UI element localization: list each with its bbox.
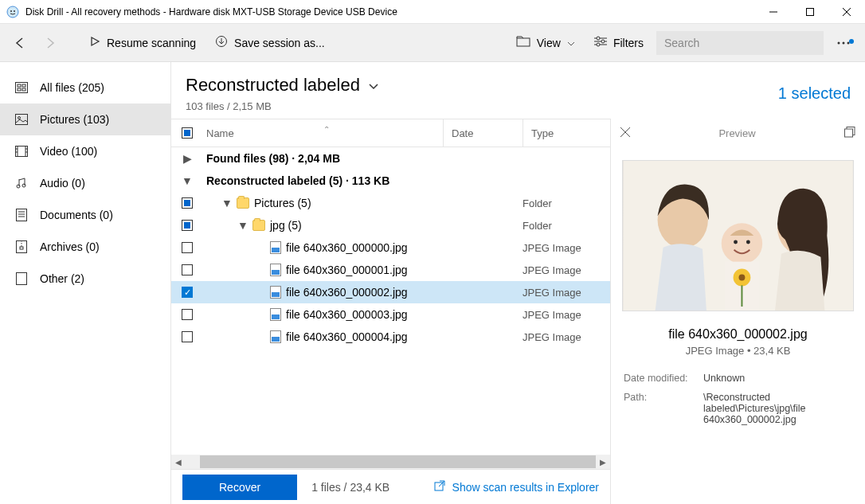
scrollbar-thumb[interactable]	[200, 455, 596, 468]
preview-filename: file 640x360_000002.jpg	[611, 327, 865, 342]
pictures-icon	[14, 114, 29, 125]
svg-point-51	[746, 240, 750, 244]
close-button[interactable]	[828, 0, 865, 24]
view-label: View	[537, 37, 561, 49]
sidebar-item-label: Audio (0)	[40, 177, 85, 189]
expand-icon[interactable]: ▶	[182, 152, 192, 165]
svg-rect-34	[17, 209, 27, 221]
collapse-icon[interactable]: ▼	[222, 197, 232, 209]
recover-button[interactable]: Recover	[182, 475, 297, 500]
save-session-label: Save session as...	[234, 37, 325, 49]
table-header: Name⌃ Date Type	[171, 119, 610, 147]
sidebar-item-label: Other (2)	[40, 272, 84, 285]
content-area: Reconstructed labeled 103 files / 2,15 M…	[171, 62, 865, 504]
maximize-button[interactable]	[792, 0, 828, 24]
toolbar: Resume scanning Save session as... View …	[0, 24, 865, 62]
column-type[interactable]: Type	[523, 119, 610, 147]
file-name: file 640x360_000003.jpg	[286, 308, 408, 321]
collapse-icon[interactable]: ▼	[182, 174, 192, 187]
forward-button[interactable]	[38, 31, 62, 55]
play-icon	[89, 36, 100, 49]
file-row[interactable]: file 640x360_000001.jpg JPEG Image	[171, 259, 610, 281]
column-date[interactable]: Date	[443, 119, 523, 147]
row-checkbox[interactable]	[182, 242, 193, 253]
download-icon	[215, 35, 228, 50]
window-title: Disk Drill - All recovery methods - Hard…	[25, 6, 755, 18]
sidebar-item-archives[interactable]: Archives (0)	[0, 231, 170, 263]
svg-rect-23	[16, 115, 28, 125]
app-icon	[6, 6, 19, 18]
sidebar-item-audio[interactable]: Audio (0)	[0, 167, 170, 199]
folder-row[interactable]: ▼Pictures (5) Folder	[171, 192, 610, 214]
row-checkbox[interactable]	[182, 264, 193, 275]
filters-button[interactable]: Filters	[588, 31, 650, 54]
folder-name: jpg (5)	[270, 219, 302, 232]
sidebar-item-other[interactable]: Other (2)	[0, 263, 170, 295]
explorer-link-label: Show scan results in Explorer	[452, 481, 599, 494]
column-name[interactable]: Name⌃	[203, 127, 443, 139]
image-file-icon	[270, 308, 281, 321]
horizontal-scrollbar[interactable]: ◀ ▶	[171, 455, 610, 469]
sidebar-item-video[interactable]: Video (100)	[0, 135, 170, 167]
path-label: Path:	[624, 392, 703, 425]
more-button[interactable]	[830, 36, 857, 50]
preview-image	[622, 160, 854, 311]
sidebar-item-pictures[interactable]: Pictures (103)	[0, 104, 170, 135]
group-row[interactable]: ▼ Reconstructed labeled (5) · 113 KB	[171, 170, 610, 192]
preview-meta: JPEG Image • 23,4 KB	[611, 345, 865, 357]
show-in-explorer-link[interactable]: Show scan results in Explorer	[433, 479, 599, 494]
save-session-button[interactable]: Save session as...	[209, 30, 331, 55]
popout-button[interactable]	[844, 127, 855, 140]
page-title-dropdown[interactable]: Reconstructed labeled	[186, 75, 778, 96]
svg-point-0	[7, 6, 18, 18]
group-row[interactable]: ▶ Found files (98) · 2,04 MB	[171, 147, 610, 170]
file-row[interactable]: file 640x360_000004.jpg JPEG Image	[171, 326, 610, 348]
view-button[interactable]: View	[510, 31, 581, 54]
svg-point-15	[838, 41, 840, 44]
svg-rect-18	[16, 83, 28, 93]
select-all-checkbox[interactable]	[182, 127, 193, 139]
image-file-icon	[270, 264, 281, 276]
scroll-right-icon[interactable]: ▶	[596, 458, 610, 467]
file-row[interactable]: file 640x360_000002.jpg JPEG Image	[171, 281, 610, 303]
audio-icon	[14, 177, 29, 189]
minimize-button[interactable]	[755, 0, 792, 24]
title-bar: Disk Drill - All recovery methods - Hard…	[0, 0, 865, 24]
svg-point-13	[601, 40, 605, 43]
row-type: JPEG Image	[523, 309, 610, 321]
video-icon	[14, 146, 29, 157]
file-row[interactable]: file 640x360_000003.jpg JPEG Image	[171, 303, 610, 326]
back-button[interactable]	[8, 31, 32, 55]
svg-rect-19	[18, 84, 21, 87]
folder-row[interactable]: ▼jpg (5) Folder	[171, 214, 610, 236]
folder-name: Pictures (5)	[254, 197, 311, 209]
svg-point-2	[14, 10, 15, 12]
row-checkbox[interactable]	[182, 287, 193, 298]
svg-rect-41	[17, 273, 27, 285]
row-type: JPEG Image	[523, 287, 610, 299]
row-type: JPEG Image	[523, 331, 610, 343]
close-preview-button[interactable]	[620, 127, 630, 139]
row-checkbox[interactable]	[182, 309, 193, 320]
row-type: Folder	[523, 220, 610, 232]
page-subtitle: 103 files / 2,15 MB	[186, 100, 778, 112]
row-checkbox[interactable]	[182, 331, 193, 342]
svg-rect-40	[20, 247, 23, 249]
row-checkbox[interactable]	[182, 220, 193, 231]
resume-scanning-button[interactable]: Resume scanning	[83, 31, 202, 54]
sidebar-item-all-files[interactable]: All files (205)	[0, 72, 170, 104]
group-label: Found files (98) · 2,04 MB	[206, 152, 340, 165]
scroll-left-icon[interactable]: ◀	[171, 458, 186, 467]
sidebar-item-label: Video (100)	[40, 145, 97, 158]
folder-icon	[516, 36, 530, 49]
row-checkbox[interactable]	[182, 197, 193, 209]
date-modified-value: Unknown	[703, 373, 852, 384]
collapse-icon[interactable]: ▼	[238, 219, 248, 232]
file-rows: ▶ Found files (98) · 2,04 MB ▼ Reconstru…	[171, 147, 610, 455]
sort-indicator: ⌃	[323, 125, 330, 134]
archives-icon	[14, 240, 29, 253]
sidebar-item-documents[interactable]: Documents (0)	[0, 199, 170, 231]
search-input[interactable]	[656, 31, 824, 55]
file-row[interactable]: file 640x360_000000.jpg JPEG Image	[171, 236, 610, 259]
svg-point-1	[10, 10, 12, 12]
